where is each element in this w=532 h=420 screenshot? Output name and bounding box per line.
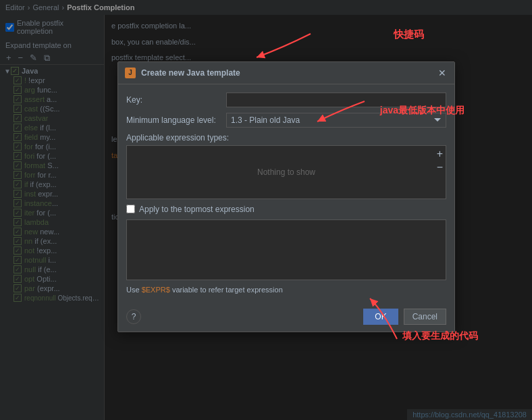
expression-area: Nothing to show + −	[126, 145, 446, 199]
expr-var: $EXPR$	[142, 286, 170, 294]
dialog-icon: J	[125, 68, 136, 78]
key-row: Key:	[126, 93, 446, 107]
close-button[interactable]: ✕	[437, 68, 448, 78]
dialog-overlay: J Create new Java template ✕ Key: Minimu…	[0, 0, 532, 420]
use-expr-text: Use $EXPR$ variable to refer target expr…	[126, 286, 446, 294]
apply-topmost-row: Apply to the topmost expression	[126, 205, 446, 214]
annotation-code: 填入要生成的代码	[402, 330, 478, 342]
code-editor[interactable]	[126, 219, 446, 280]
key-input[interactable]	[226, 93, 446, 107]
key-label: Key:	[126, 95, 221, 105]
apply-topmost-checkbox[interactable]	[126, 205, 135, 213]
cancel-button[interactable]: Cancel	[404, 309, 446, 325]
nothing-to-show: Nothing to show	[257, 167, 315, 177]
help-button[interactable]: ?	[126, 309, 141, 324]
apply-topmost-label[interactable]: Apply to the topmost expression	[139, 205, 255, 214]
dialog-body: Key: Minimum language level: 1.3 - Plain…	[118, 84, 454, 309]
dialog-title: Create new Java template	[141, 68, 240, 78]
expr-add-button[interactable]: +	[437, 149, 443, 159]
dialog-footer: ? OK Cancel	[118, 309, 454, 332]
lang-label: Minimum language level:	[126, 115, 221, 125]
expr-remove-button[interactable]: −	[437, 162, 443, 173]
annotation-shortcut: 快捷码	[394, 28, 424, 41]
dialog: J Create new Java template ✕ Key: Minimu…	[117, 61, 455, 332]
lang-row: Minimum language level: 1.3 - Plain old …	[126, 113, 446, 128]
applicable-label: Applicable expression types:	[126, 133, 446, 142]
dialog-title-bar: J Create new Java template ✕	[118, 62, 454, 84]
lang-select[interactable]: 1.3 - Plain old Java 1.4 - assert keywor…	[226, 113, 446, 128]
ok-button[interactable]: OK	[363, 309, 398, 325]
